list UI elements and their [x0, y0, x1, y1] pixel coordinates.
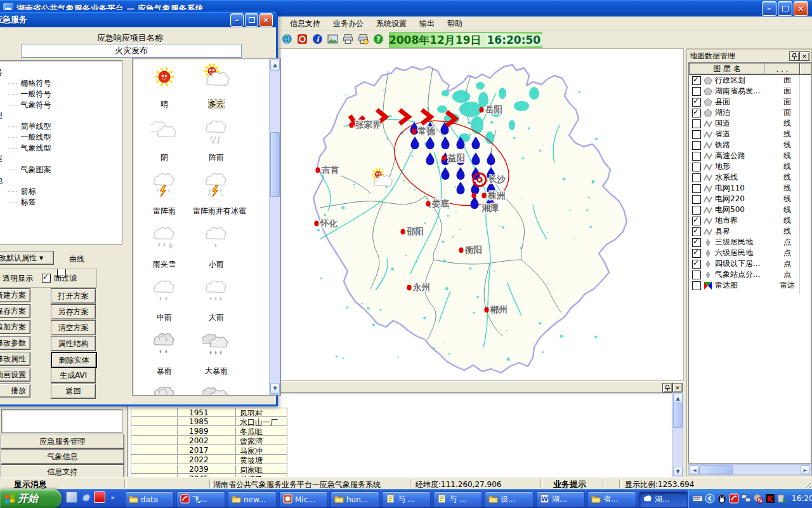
dialog-button-另存方案[interactable]: 另存方案 [51, 304, 96, 319]
bottom-panel-pin-button[interactable] [662, 383, 672, 392]
scroll-thumb[interactable] [699, 465, 733, 474]
taskbar-task-湖...[interactable]: 湖... [639, 491, 688, 507]
scroll-up-arrow[interactable]: ▲ [270, 60, 280, 70]
map-cloudy-weather-icon[interactable] [370, 168, 393, 191]
weather-symbol-sleet-icon[interactable] [144, 224, 185, 253]
clock[interactable]: 16:20 [792, 494, 812, 503]
tree-item-符号[interactable]: 符号 [0, 67, 122, 78]
tree-item-一般符号[interactable]: ···· 一般符号 [8, 89, 122, 100]
table-row[interactable]: 2002曾家湾 [131, 436, 289, 446]
taskbar-task-湖...[interactable]: W湖... [536, 491, 585, 507]
weather-symbol-sun-icon[interactable] [144, 64, 185, 93]
dialog-minimize-button[interactable]: – [230, 13, 244, 27]
weather-symbol-clouds-icon[interactable] [144, 117, 185, 147]
face-filter-checkbox[interactable] [42, 274, 51, 283]
tray-collapse-icon[interactable] [705, 493, 715, 504]
weather-symbol-label[interactable]: 雨夹雪 [138, 259, 191, 270]
layer-row-电网220[interactable]: 电网220线 [689, 194, 811, 204]
taskbar-task-设...[interactable]: 设... [485, 491, 534, 507]
dialog-close-button[interactable]: ✕ [259, 13, 273, 27]
layer-row-雷达图[interactable]: 雷达图雷达 [689, 280, 811, 291]
layer-checkbox[interactable] [692, 76, 701, 85]
layer-row-地形[interactable]: 地形线 [689, 161, 811, 172]
tree-item-一般线型[interactable]: ···· 一般线型 [8, 132, 122, 143]
start-button[interactable]: 开始 [0, 489, 62, 508]
dialog-restore-button[interactable] [245, 13, 258, 27]
weather-symbol-cloud-shower-icon[interactable] [196, 117, 237, 147]
dialog-button-left-6[interactable]: 播放 [0, 384, 30, 398]
dialog-button-属性结构[interactable]: 属性结构 [51, 336, 96, 351]
weather-symbol-label[interactable]: 晴 [138, 99, 191, 110]
tree-item-气象线型[interactable]: ···· 气象线型 [8, 143, 122, 154]
table-row[interactable]: 2022黄坡塘 [131, 455, 289, 465]
dialog-button-返回[interactable]: 返回 [51, 384, 96, 399]
hunan-map[interactable]: 张家界岳阳常德益阳吉首长沙株洲湘潭娄底怀化邵阳衡阳永州郴州 [280, 49, 683, 380]
dialog-button-left-3[interactable]: 修改参数 [0, 336, 30, 350]
weather-symbol-storm-big-icon[interactable] [196, 330, 237, 360]
taskbar-task-data[interactable]: data [125, 491, 174, 507]
weather-symbol-label[interactable]: 小雨 [190, 259, 243, 270]
chevron-expand-icon[interactable]: » [110, 493, 115, 502]
layer-checkbox[interactable] [692, 141, 701, 150]
sidebar-button-1[interactable]: 气象信息 [1, 449, 124, 464]
weather-symbol-rain-3-icon[interactable] [196, 277, 237, 307]
layer-row-高速公路[interactable]: 高速公路线 [689, 150, 811, 161]
dialog-button-left-1[interactable]: 保存方案 [0, 304, 30, 318]
weather-symbol-storm-icon[interactable] [144, 330, 185, 360]
taskbar-task-飞...[interactable]: 飞... [176, 491, 225, 507]
menu-item-0[interactable]: 信息支持 [284, 17, 327, 31]
layer-row-湖泊[interactable]: 湖泊面 [689, 107, 811, 118]
taskbar-task-new...[interactable]: new... [228, 491, 277, 507]
layer-row-电网110[interactable]: 电网110线 [689, 183, 811, 194]
layer-checkbox[interactable] [692, 109, 701, 117]
dialog-button-left-0[interactable]: 新建方案 [0, 288, 30, 302]
layers-pin-button[interactable] [789, 51, 799, 61]
weather-symbol-partial-icon[interactable] [196, 384, 237, 396]
layer-row-四级以下居...[interactable]: 四级以下居...点 [689, 258, 811, 269]
help-icon[interactable]: ? [373, 34, 384, 44]
scroll-left-arrow[interactable]: ◄ [690, 465, 699, 474]
layer-row-国道[interactable]: 国道线 [689, 118, 811, 129]
printer-icon[interactable] [343, 34, 353, 44]
close-button[interactable]: ✕ [794, 1, 808, 16]
tray-network-icon[interactable] [741, 493, 751, 504]
tree-item-简单线型[interactable]: ···· 简单线型 [8, 121, 122, 132]
restore-button[interactable] [778, 1, 792, 16]
scroll-right-arrow[interactable]: ► [801, 465, 810, 474]
layer-checkbox[interactable] [692, 271, 701, 279]
scroll-thumb[interactable] [673, 403, 683, 428]
layers-close-button[interactable]: ✕ [799, 51, 809, 61]
weather-symbol-thunder-icon[interactable] [144, 170, 185, 200]
layer-row-铁路[interactable]: 铁路线 [689, 140, 811, 150]
layer-row-行政区划[interactable]: 行政区划面 [689, 75, 811, 86]
layer-checkbox[interactable] [692, 281, 701, 290]
layer-row-六级居民地[interactable]: 六级居民地点 [689, 248, 811, 258]
taskbar-task-与 ...[interactable]: 与 ... [382, 491, 431, 507]
tray-kaspersky-icon[interactable]: K [765, 493, 775, 504]
layer-checkbox[interactable] [692, 163, 701, 171]
table-row[interactable]: 1985水口山一厂 [131, 417, 289, 427]
dialog-button-清空方案[interactable]: 清空方案 [51, 320, 96, 335]
layer-row-气象站点分...[interactable]: 气象站点分...点 [689, 269, 811, 280]
weather-symbol-label[interactable]: 大暴雨 [190, 366, 243, 377]
sidebar-button-0[interactable]: 应急服务管理 [1, 434, 124, 449]
layer-checkbox[interactable] [692, 249, 701, 258]
layer-checkbox[interactable] [692, 206, 701, 215]
layer-checkbox[interactable] [692, 173, 701, 182]
layer-row-县面[interactable]: 县面面 [689, 97, 811, 107]
map-panel[interactable]: 张家界岳阳常德益阳吉首长沙株洲湘潭娄底怀化邵阳衡阳永州郴州 [280, 48, 684, 381]
taskbar-task-省...[interactable]: 省... [587, 491, 636, 507]
scroll-up-arrow[interactable]: ▲ [673, 394, 683, 403]
layer-checkbox[interactable] [692, 152, 701, 161]
tray-qq-icon[interactable] [717, 493, 727, 504]
taskbar-task-hun...[interactable]: hun... [331, 491, 379, 507]
menu-item-4[interactable]: 帮助 [441, 17, 469, 31]
layer-row-水系线[interactable]: 水系线线 [689, 172, 811, 183]
tray-blocked-icon[interactable] [753, 493, 763, 504]
dialog-button-left-5[interactable]: 动画设置 [0, 368, 30, 382]
weather-symbol-label[interactable]: 雷阵雨并有冰雹 [172, 206, 267, 217]
layer-checkbox[interactable] [692, 130, 701, 139]
weather-symbol-partial-icon[interactable] [144, 384, 185, 396]
scroll-thumb[interactable] [270, 132, 280, 197]
layer-row-县界[interactable]: 县界线 [689, 226, 811, 237]
